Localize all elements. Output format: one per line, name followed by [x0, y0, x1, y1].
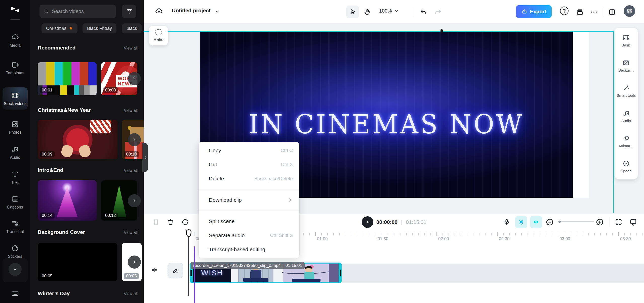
menu-item-split-scene[interactable]: Split scene: [199, 214, 299, 228]
scroll-right-button[interactable]: [128, 72, 141, 85]
sidebar-item-media[interactable]: Media: [0, 33, 30, 48]
menu-item-separate-audio[interactable]: Separate audio Ctrl Shift S: [199, 228, 299, 242]
film-icon: [622, 34, 630, 41]
view-all-link[interactable]: View all: [124, 168, 138, 173]
tag-black[interactable]: black: [122, 23, 142, 33]
sidebar-item-templates[interactable]: Templates: [0, 61, 30, 75]
zoom-out-button[interactable]: [545, 218, 554, 226]
panel-collapse-handle[interactable]: [142, 143, 148, 172]
capcut-editor: Media Templates Stock videos Photos Audi…: [0, 0, 644, 303]
sidebar-item-audio[interactable]: Audio: [0, 145, 30, 160]
delete-clip-button[interactable]: [167, 218, 174, 226]
chevron-right-icon: [131, 198, 137, 204]
inspector-item-audio[interactable]: Audio: [621, 110, 631, 123]
view-all-link[interactable]: View all: [124, 46, 138, 51]
sidebar-item-label: Stock videos: [4, 101, 27, 106]
split-preview-toggle[interactable]: [530, 216, 542, 228]
menu-item-transcript-based-editing[interactable]: Transcript-based editing: [199, 242, 299, 257]
section-title: Christmas&New Year: [38, 107, 91, 113]
zoom-in-button[interactable]: [595, 218, 604, 226]
video-thumbnail-color-bars[interactable]: 00:01: [38, 62, 97, 95]
text-icon: [11, 170, 19, 178]
menu-item-cut[interactable]: Cut Ctrl X: [199, 158, 299, 172]
section-title: Intro&End: [38, 167, 63, 173]
clip-trim-handle-left[interactable]: [190, 270, 192, 276]
track-edit-button[interactable]: [168, 263, 183, 278]
sidebar-item-photos[interactable]: Photos: [0, 120, 30, 135]
fullscreen-button[interactable]: [615, 218, 623, 226]
project-title[interactable]: Untitled project: [172, 8, 211, 14]
video-thumbnail-wreath-gift[interactable]: 00:09: [38, 120, 117, 159]
menu-item-label: Transcript-based editing: [209, 246, 265, 253]
view-all-link[interactable]: View all: [124, 292, 138, 296]
scroll-right-button[interactable]: [128, 133, 141, 146]
auto-snap-toggle[interactable]: [515, 216, 527, 228]
zoom-level-control[interactable]: 100%: [379, 8, 399, 14]
section-header: Christmas&New Year View all: [38, 107, 138, 113]
time-display: 00:00:00 | 01:15:01: [376, 218, 426, 226]
reverse-clip-button[interactable]: [181, 218, 189, 226]
avatar[interactable]: 韩: [624, 5, 635, 17]
scroll-right-button[interactable]: [128, 256, 141, 269]
track-mute-icon[interactable]: [151, 266, 158, 273]
timeline-zoom-slider[interactable]: [558, 221, 594, 222]
sidebar-item-label: Media: [10, 43, 21, 48]
preview-display-button[interactable]: [629, 218, 637, 226]
select-tool-button[interactable]: [346, 6, 359, 18]
layout-panel-button[interactable]: [607, 7, 618, 18]
view-all-link[interactable]: View all: [124, 230, 138, 235]
ruler-tick: [376, 232, 376, 236]
inspector-item-smart-tools[interactable]: Smart tools: [617, 84, 636, 97]
clip-trim-handle-right[interactable]: [340, 270, 341, 276]
inspector-item-basic[interactable]: Basic: [622, 34, 631, 47]
inspector-item-speed[interactable]: Speed: [621, 160, 631, 173]
export-button[interactable]: Export: [516, 5, 552, 18]
video-thumbnail-black[interactable]: 00:05: [38, 243, 117, 281]
search-input[interactable]: [51, 8, 112, 15]
play-button[interactable]: [362, 216, 373, 228]
voiceover-mic-button[interactable]: [503, 218, 510, 226]
video-thumbnail-purple-tree[interactable]: 00:14: [38, 180, 97, 221]
transcript-icon: [11, 220, 19, 228]
menu-item-download-clip[interactable]: Download clip: [199, 193, 299, 207]
inspector-item-label: Animat…: [618, 144, 634, 148]
sidebar-item-captions[interactable]: Captions: [0, 195, 30, 210]
view-all-link[interactable]: View all: [124, 108, 138, 113]
selection-top-handle[interactable]: [440, 29, 443, 33]
more-options-button[interactable]: [588, 7, 599, 18]
section-title: Winter’s Day: [38, 290, 70, 296]
scroll-right-button[interactable]: [128, 194, 141, 207]
tag-black-friday[interactable]: Black Friday: [83, 23, 116, 33]
sidebar-item-stickers[interactable]: Stickers: [0, 244, 30, 259]
tag-christmas[interactable]: Christmas: [42, 23, 77, 33]
templates-icon: [11, 61, 19, 69]
playhead-line[interactable]: [188, 236, 189, 296]
menu-item-copy[interactable]: Copy Ctrl C: [199, 143, 299, 158]
menu-shortcut: Ctrl C: [280, 148, 293, 153]
capcut-logo-icon[interactable]: [0, 4, 30, 15]
inspector-item-animations[interactable]: Animat…: [618, 135, 634, 148]
slider-thumb[interactable]: [558, 221, 561, 223]
redo-button[interactable]: [432, 7, 444, 18]
inspector-item-background[interactable]: Backgr…: [618, 59, 634, 72]
hand-tool-button[interactable]: [361, 6, 374, 18]
ruler-tick: [558, 232, 558, 236]
undo-button[interactable]: [418, 7, 429, 18]
search-box[interactable]: [39, 5, 116, 18]
help-button[interactable]: ?: [560, 7, 569, 15]
sidebar-item-stock-videos[interactable]: Stock videos: [3, 87, 28, 110]
keyboard-shortcuts-icon[interactable]: [11, 289, 19, 297]
sidebar-item-label: Text: [11, 180, 19, 185]
sidebar-item-text[interactable]: Text: [0, 170, 30, 185]
ratio-button[interactable]: Ratio: [149, 26, 168, 45]
split-clip-button[interactable]: [152, 218, 160, 226]
tag-label: Christmas: [46, 26, 66, 31]
sidebar-item-transcript[interactable]: Transcript: [0, 220, 30, 234]
nav-expand-chevron-button[interactable]: [9, 263, 22, 276]
project-menu-chevron-icon[interactable]: [215, 9, 220, 14]
filter-button[interactable]: [122, 5, 136, 18]
plan-card-button[interactable]: [574, 7, 585, 18]
clip-filename: recorder_screen_1701932742556_clip_0.mp4: [193, 263, 281, 268]
menu-item-delete[interactable]: Delete Backspace/Delete: [199, 172, 299, 186]
divider: [11, 19, 20, 20]
